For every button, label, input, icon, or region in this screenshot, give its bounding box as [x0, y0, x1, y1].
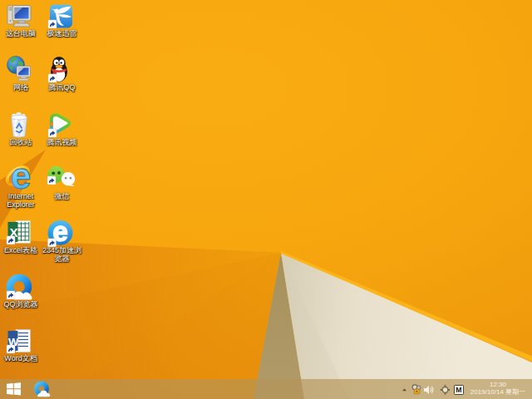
svg-text:e: e — [11, 164, 31, 191]
svg-text:M: M — [456, 386, 461, 394]
